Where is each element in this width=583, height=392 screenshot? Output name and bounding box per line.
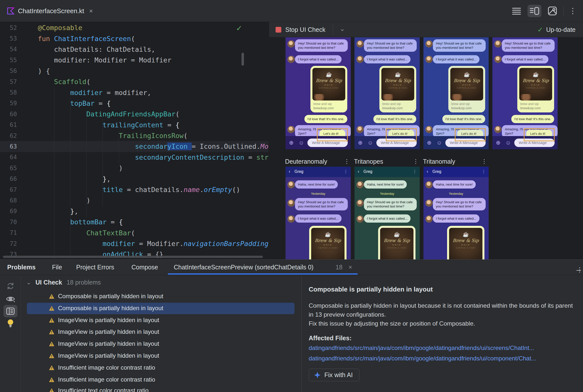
code-line[interactable]: 66 }, bbox=[0, 173, 268, 184]
close-tab-icon[interactable]: × bbox=[349, 264, 352, 271]
problem-item[interactable]: Composable is partially hidden in layout bbox=[49, 302, 163, 314]
problem-item[interactable]: ImageView is partially hidden in layout bbox=[49, 314, 159, 326]
phone-preview[interactable]: Hey! Should we go to that cafe you menti… bbox=[355, 37, 420, 149]
code-line[interactable]: 63 secondaryIcon = Icons.Outlined.More bbox=[0, 141, 268, 152]
code-line[interactable]: 57 Scaffold( bbox=[0, 76, 268, 87]
code-line[interactable]: 58 modifier = modifier, bbox=[0, 87, 268, 98]
code-view-icon[interactable] bbox=[511, 6, 522, 16]
tab-project-errors[interactable]: Project Errors bbox=[76, 264, 114, 271]
problem-item[interactable]: Insufficient image color contrast ratio bbox=[49, 362, 155, 373]
code-line[interactable]: 54 chatDetails: ChatDetails, bbox=[0, 44, 268, 55]
code-line[interactable]: 72 modifier = Modifier.navigationBarsPad… bbox=[0, 238, 268, 249]
code-line[interactable]: 60 DatingAndFriendsAppBar( bbox=[0, 109, 268, 120]
problems-side-strip bbox=[0, 275, 21, 392]
problem-item[interactable]: Composable is partially hidden in layout bbox=[49, 290, 163, 302]
phone-preview[interactable]: Hey! Should we go to that cafe you menti… bbox=[423, 37, 489, 149]
problems-group-header[interactable]: ⌄ UI Check 18 problems bbox=[26, 279, 101, 286]
menu-icon[interactable]: ⋮ bbox=[344, 169, 348, 174]
chat-bubble: I forgot what it was called... bbox=[433, 214, 479, 222]
phone-preview[interactable]: Hey! Should we go to that cafe you menti… bbox=[492, 37, 558, 149]
affected-file-link[interactable]: datingandfriends/src/main/java/com/ibm/g… bbox=[309, 344, 577, 352]
code-line[interactable]: 69 }, bbox=[0, 206, 268, 217]
tab-compose[interactable]: Compose bbox=[131, 264, 158, 271]
code-line[interactable]: 61 trailingContent = { bbox=[0, 120, 268, 130]
tab-file[interactable]: File bbox=[52, 264, 62, 271]
add-icon[interactable]: ⊕ bbox=[289, 140, 294, 146]
problem-item[interactable]: Insufficient image color contrast ratio bbox=[49, 374, 155, 385]
code-editor[interactable]: 52@Composable53fun ChatInterfaceScreen(5… bbox=[0, 22, 268, 260]
back-icon[interactable]: ‹ bbox=[358, 169, 359, 174]
line-number: 65 bbox=[0, 165, 17, 172]
tab-ui-check-active[interactable]: ChatInterfaceScreenPreview (sortedChatDe… bbox=[174, 264, 314, 271]
coffee-cup-icon: ☕ bbox=[450, 72, 483, 77]
add-icon[interactable]: ⊕ bbox=[496, 140, 500, 146]
panel-divider[interactable] bbox=[302, 275, 302, 392]
preview-menu-icon[interactable]: ⋮ bbox=[413, 158, 419, 165]
emoji-icon[interactable]: ☺ bbox=[505, 140, 511, 146]
code-line[interactable]: 70 bottomBar = { bbox=[0, 217, 268, 227]
add-icon[interactable]: ⊕ bbox=[358, 140, 363, 146]
avatar bbox=[357, 56, 364, 63]
code-line[interactable]: 59 topBar = { bbox=[0, 98, 268, 109]
code-line[interactable]: 71 ChatTextBar( bbox=[0, 227, 268, 238]
back-icon[interactable]: ‹ bbox=[427, 169, 428, 174]
editor-tab[interactable]: ChatInterfaceScreen.kt × bbox=[5, 4, 95, 18]
chat-header: ‹ Greg ⋮ bbox=[423, 167, 489, 177]
preview-canvas[interactable]: Hey! Should we go to that cafe you menti… bbox=[269, 37, 583, 260]
contact-name: Greg bbox=[295, 170, 304, 174]
add-icon[interactable]: ⊕ bbox=[427, 140, 431, 146]
phone-preview[interactable]: Hey! Should we go to that cafe you menti… bbox=[285, 37, 351, 149]
emoji-icon[interactable]: ☺ bbox=[299, 140, 304, 146]
menu-icon[interactable]: ⋮ bbox=[413, 169, 417, 174]
phone-preview[interactable]: ‹ Greg ⋮ Haha, next time for sure! Yeste… bbox=[355, 167, 420, 260]
line-number: 52 bbox=[0, 24, 17, 31]
preview-view-icon[interactable] bbox=[547, 6, 558, 16]
chat-bubble: Haha, next time for sure! bbox=[295, 180, 338, 188]
code-line[interactable]: 68 ) bbox=[0, 195, 268, 206]
lightbulb-icon[interactable] bbox=[5, 318, 16, 329]
inspections-ok-icon[interactable]: ✓ bbox=[236, 24, 242, 32]
code-line[interactable]: 67 title = chatDetails.name.orEmpty() bbox=[0, 184, 268, 195]
preview-menu-icon[interactable]: ⋮ bbox=[344, 158, 350, 165]
link-card: ☕ Brew & Sip OHIO COFFEE & CHAI brew and… bbox=[311, 66, 347, 112]
preview-eye-icon[interactable] bbox=[5, 294, 16, 304]
link-card: ☕ Brew & Sip OHIO COFFEE & CHAI bbox=[447, 226, 484, 260]
chevron-down-icon[interactable]: ⌄ bbox=[340, 25, 345, 32]
close-tab-icon[interactable]: × bbox=[89, 7, 93, 15]
problem-item[interactable]: ImageView is partially hidden in layout bbox=[49, 338, 159, 350]
menu-icon[interactable]: ⋮ bbox=[482, 169, 486, 174]
code-line[interactable]: 64 secondaryContentDescription = strin bbox=[0, 152, 268, 163]
fix-with-ai-button[interactable]: Fix with AI bbox=[309, 368, 360, 381]
more-options-icon[interactable]: ⋮ bbox=[569, 7, 576, 15]
preview-menu-icon[interactable]: ⋮ bbox=[481, 158, 487, 165]
problem-item[interactable]: Insufficient text color contrast ratio bbox=[49, 385, 149, 392]
chevron-down-icon[interactable]: ⌄ bbox=[26, 279, 31, 286]
details-view-icon[interactable] bbox=[4, 305, 18, 318]
affected-file-link[interactable]: datingandfriends/src/main/java/com/ibm/g… bbox=[309, 354, 577, 363]
editor-horizontal-scrollbar[interactable] bbox=[3, 256, 263, 258]
code-line[interactable]: 55 modifier: Modifier = Modifier bbox=[0, 55, 268, 66]
code-line[interactable]: 56) { bbox=[0, 66, 268, 76]
emoji-icon[interactable]: ☺ bbox=[436, 140, 442, 146]
problem-item[interactable]: ImageView is partially hidden in layout bbox=[49, 350, 159, 362]
split-view-icon[interactable] bbox=[527, 5, 541, 17]
card-brand: Brew & Sip bbox=[311, 238, 345, 243]
phone-preview[interactable]: ‹ Greg ⋮ Haha, next time for sure! Yeste… bbox=[423, 167, 489, 260]
problem-item[interactable]: ImageView is partially hidden in layout bbox=[49, 326, 159, 338]
code-line[interactable]: 52@Composable bbox=[0, 22, 268, 33]
code-line[interactable]: 62 TrailingIconsRow( bbox=[0, 130, 268, 141]
minimize-icon[interactable]: ─ bbox=[576, 267, 581, 274]
editor-vertical-scrollbar[interactable] bbox=[241, 53, 244, 66]
back-icon[interactable]: ‹ bbox=[289, 169, 290, 174]
chat-bubble: Haha, next time for sure! bbox=[364, 180, 407, 188]
phone-preview[interactable]: ‹ Greg ⋮ Haha, next time for sure! Yeste… bbox=[285, 167, 351, 260]
card-brand: Brew & Sip bbox=[313, 78, 345, 83]
code-line[interactable]: 65 ) bbox=[0, 163, 268, 173]
code-line[interactable]: 53fun ChatInterfaceScreen( bbox=[0, 33, 268, 44]
line-number: 60 bbox=[0, 111, 17, 118]
refresh-icon[interactable] bbox=[5, 280, 16, 292]
emoji-icon[interactable]: ☺ bbox=[367, 140, 373, 146]
problems-list[interactable]: ⌄ UI Check 18 problems Composable is par… bbox=[21, 275, 302, 392]
problems-tool-window: Problems File Project Errors Compose Cha… bbox=[0, 260, 583, 392]
stop-ui-check-button[interactable]: Stop UI Check bbox=[275, 22, 325, 37]
